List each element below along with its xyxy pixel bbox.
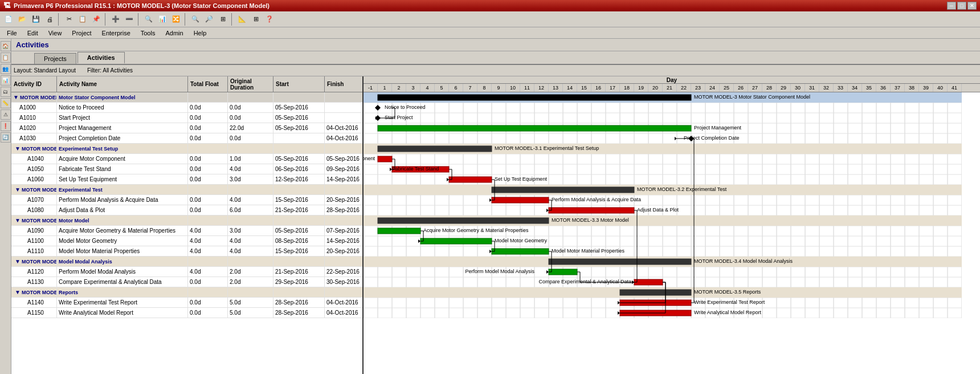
- tab-activities[interactable]: Activities: [77, 52, 125, 64]
- col-header-activity-name[interactable]: Activity Name: [57, 76, 188, 92]
- col-header-start[interactable]: Start: [273, 76, 325, 92]
- sidebar-wbs[interactable]: 🗂: [1, 87, 11, 97]
- gantt-day-cell: 25: [720, 84, 734, 92]
- close-button[interactable]: ✕: [967, 2, 977, 10]
- new-btn[interactable]: 📄: [2, 13, 15, 26]
- svg-marker-120: [546, 209, 549, 212]
- table-row[interactable]: A1060 Set Up Test Equipment 0.0d 3.0d 12…: [11, 174, 362, 185]
- window-controls: ─ □ ✕: [947, 2, 977, 10]
- svg-marker-119: [489, 198, 492, 202]
- cell-activity-id: A1150: [11, 308, 57, 318]
- minimize-button[interactable]: ─: [947, 2, 956, 10]
- add-btn[interactable]: ➕: [109, 13, 122, 26]
- table-row[interactable]: A1030 Project Completion Date 0.0d 0.0d …: [11, 133, 362, 144]
- menu-admin[interactable]: Admin: [161, 29, 187, 38]
- gantt-body: MOTOR MODEL-3 Motor Stator Component Mod…: [364, 92, 980, 374]
- table-row[interactable]: A1130 Compare Experimental & Analytical …: [11, 277, 362, 287]
- copy-btn[interactable]: 📋: [76, 13, 89, 26]
- table-row[interactable]: A1150 Write Analytical Model Report 0.0d…: [11, 308, 362, 318]
- gantt-day-cell: 2: [392, 84, 406, 92]
- table-row[interactable]: A1010 Start Project 0.0d 0.0d 05-Sep-201…: [11, 113, 362, 123]
- gantt-day-cell: 20: [648, 84, 663, 92]
- paste-btn[interactable]: 📌: [90, 13, 103, 26]
- sort-btn[interactable]: 🔀: [170, 13, 182, 26]
- expand-icon[interactable]: ▼: [15, 289, 21, 295]
- table-row[interactable]: ▼ MOTOR MODEL-3.3 Motor Model: [11, 216, 362, 226]
- menu-enterprise[interactable]: Enterprise: [97, 29, 135, 38]
- cell-finish: 22-Sep-2016: [325, 267, 362, 277]
- table-row[interactable]: A1080 Adjust Data & Plot 0.0d 6.0d 21-Se…: [11, 205, 362, 216]
- expand-icon[interactable]: ▼: [15, 186, 21, 193]
- table-row[interactable]: ▼ MOTOR MODEL-3.5 Reports: [11, 287, 362, 298]
- table-row[interactable]: A1050 Fabricate Test Stand 0.0d 4.0d 06-…: [11, 164, 362, 174]
- col-header-activity-id[interactable]: Activity ID: [11, 76, 57, 92]
- cut-btn[interactable]: ✂: [63, 13, 75, 26]
- cell-start: 12-Sep-2016: [273, 174, 325, 184]
- tab-projects[interactable]: Projects: [34, 53, 76, 64]
- sidebar-issues[interactable]: ❗: [1, 121, 11, 131]
- gantt-day-cell: 7: [463, 84, 477, 92]
- menu-file[interactable]: File: [2, 29, 22, 38]
- menu-tools[interactable]: Tools: [136, 29, 160, 38]
- menu-project[interactable]: Project: [67, 29, 96, 38]
- gantt-day-cell: 36: [876, 84, 891, 92]
- cell-start: 05-Sep-2016: [273, 154, 325, 164]
- filter-btn[interactable]: 🔍: [142, 13, 155, 26]
- table-row[interactable]: A1040 Acquire Motor Component 0.0d 1.0d …: [11, 154, 362, 164]
- filter-label: Filter: All Activities: [87, 67, 133, 74]
- table-row[interactable]: ▼ MOTOR MODEL-3.1 Experimental Test Setu…: [11, 144, 362, 154]
- zoom-out-btn[interactable]: 🔎: [203, 13, 215, 26]
- svg-marker-125: [632, 280, 634, 284]
- gantt-day-cell: 31: [805, 84, 819, 92]
- columns-btn[interactable]: ⊞: [250, 13, 262, 26]
- table-row[interactable]: A1020 Project Management 0.0d 22.0d 05-S…: [11, 123, 362, 133]
- sidebar-baseline[interactable]: 📏: [1, 98, 11, 108]
- col-header-orig-dur[interactable]: Original Duration: [228, 76, 273, 92]
- table-row[interactable]: ▼ MOTOR MODEL-3 Motor Stator Component M…: [11, 92, 362, 103]
- cell-finish: 20-Sep-2016: [325, 246, 362, 256]
- left-sidebar: 🏠 📋 👥 📊 🗂 📏 ⚠ ❗ 🔄: [0, 39, 11, 374]
- delete-btn[interactable]: ➖: [123, 13, 136, 26]
- layout-btn[interactable]: 📐: [236, 13, 248, 26]
- expand-icon[interactable]: ▼: [13, 94, 19, 100]
- open-btn[interactable]: 📂: [16, 13, 28, 26]
- menu-help[interactable]: Help: [189, 29, 211, 38]
- sidebar-activities[interactable]: 📋: [1, 52, 11, 63]
- svg-text:Acquire Motor Component: Acquire Motor Component: [364, 156, 375, 161]
- maximize-button[interactable]: □: [957, 2, 966, 10]
- print-btn[interactable]: 🖨: [43, 13, 56, 26]
- table-row[interactable]: A1120 Perform Model Modal Analysis 4.0d …: [11, 267, 362, 277]
- menu-edit[interactable]: Edit: [23, 29, 43, 38]
- sidebar-home[interactable]: 🏠: [1, 41, 11, 51]
- table-row[interactable]: A1070 Perform Modal Analysis & Acquire D…: [11, 195, 362, 205]
- app-icon: 🏗: [3, 2, 10, 10]
- table-row[interactable]: A1090 Acquire Motor Geometry & Material …: [11, 226, 362, 236]
- expand-icon[interactable]: ▼: [15, 217, 21, 223]
- table-row[interactable]: A1000 Notice to Proceed 0.0d 0.0d 05-Sep…: [11, 103, 362, 113]
- sidebar-risks[interactable]: ⚠: [1, 109, 11, 120]
- cell-orig-dur: [228, 216, 273, 225]
- table-row[interactable]: A1140 Write Experimental Test Report 0.0…: [11, 298, 362, 308]
- cell-orig-dur: 5.0d: [228, 298, 273, 307]
- col-header-total-float[interactable]: Total Float: [188, 76, 228, 92]
- menu-view[interactable]: View: [44, 29, 67, 38]
- group-btn[interactable]: 📊: [156, 13, 169, 26]
- table-row[interactable]: A1100 Model Motor Geometry 4.0d 4.0d 08-…: [11, 236, 362, 246]
- col-header-finish[interactable]: Finish: [325, 76, 364, 92]
- sidebar-reports[interactable]: 📊: [1, 75, 11, 86]
- sidebar-resources[interactable]: 👥: [1, 64, 11, 74]
- expand-icon[interactable]: ▼: [15, 145, 21, 152]
- table-row[interactable]: ▼ MOTOR MODEL-3.4 Model Modal Analysis: [11, 257, 362, 267]
- table-row[interactable]: A1110 Model Motor Material Properties 4.…: [11, 246, 362, 257]
- gantt-day-cell: 12: [534, 84, 549, 92]
- zoom-all-btn[interactable]: ⊞: [217, 13, 229, 26]
- table-row[interactable]: ▼ MOTOR MODEL-3.2 Experimental Test: [11, 185, 362, 195]
- cell-orig-dur: [228, 257, 273, 266]
- expand-icon[interactable]: ▼: [15, 258, 21, 265]
- save-btn[interactable]: 💾: [30, 13, 42, 26]
- gantt-chart: MOTOR MODEL-3 Motor Stator Component Mod…: [364, 92, 962, 318]
- gantt-day-cell: 5: [435, 84, 449, 92]
- help-btn[interactable]: ❓: [263, 13, 276, 26]
- zoom-in-btn[interactable]: 🔍: [189, 13, 202, 26]
- sidebar-changes[interactable]: 🔄: [1, 132, 11, 143]
